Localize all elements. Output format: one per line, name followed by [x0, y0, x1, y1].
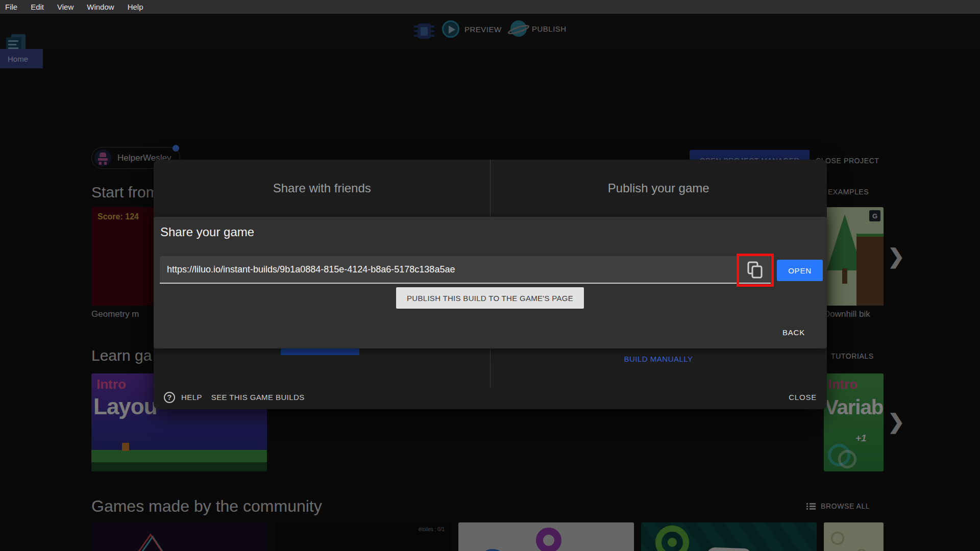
menu-edit[interactable]: Edit — [31, 3, 44, 11]
publish-build-button[interactable]: PUBLISH THIS BUILD TO THE GAME'S PAGE — [396, 287, 584, 309]
copy-icon — [746, 261, 764, 279]
help-button[interactable]: HELP — [181, 393, 202, 402]
menu-window[interactable]: Window — [87, 3, 114, 11]
menu-bar: File Edit View Window Help — [0, 0, 980, 14]
build-manually-link[interactable]: BUILD MANUALLY — [490, 355, 827, 363]
share-your-game-panel: Share your game OPEN PUBLISH THIS BUILD … — [154, 217, 827, 348]
menu-help[interactable]: Help — [128, 3, 143, 11]
copy-link-button[interactable] — [746, 261, 764, 279]
app-window: File Edit View Window Help PREVIEW PUBLI… — [0, 0, 980, 551]
see-game-builds-button[interactable]: SEE THIS GAME BUILDS — [211, 393, 305, 402]
help-circle-icon[interactable]: ? — [164, 392, 175, 403]
game-url-field[interactable] — [160, 256, 771, 284]
close-dialog-button[interactable]: CLOSE — [789, 393, 817, 402]
menu-file[interactable]: File — [5, 3, 17, 11]
dialog-footer: ? HELP SEE THIS GAME BUILDS CLOSE — [154, 385, 827, 409]
tab-publish-your-game[interactable]: Publish your game — [491, 160, 827, 217]
generate-link-button-edge[interactable] — [281, 348, 359, 355]
menu-view[interactable]: View — [57, 3, 74, 11]
panel-title: Share your game — [160, 225, 254, 239]
open-link-button[interactable]: OPEN — [777, 260, 823, 281]
tab-share-with-friends[interactable]: Share with friends — [154, 160, 491, 217]
back-button[interactable]: BACK — [782, 328, 805, 337]
